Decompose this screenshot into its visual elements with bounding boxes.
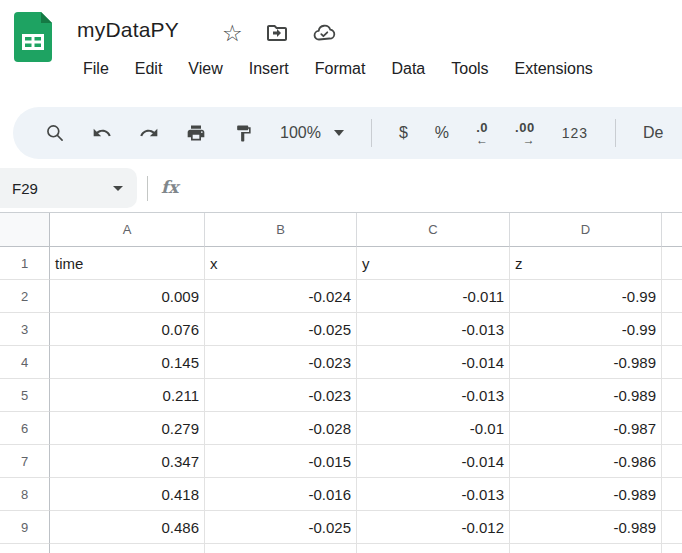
row-header-8[interactable]: 8 <box>0 478 50 511</box>
cell[interactable]: 0.076 <box>50 313 205 346</box>
chevron-down-icon <box>334 130 344 136</box>
document-title[interactable]: myDataPY <box>77 18 179 42</box>
cell[interactable]: z <box>510 247 662 280</box>
menu-item-extensions[interactable]: Extensions <box>502 60 606 78</box>
menu-item-format[interactable]: Format <box>302 60 379 78</box>
cell[interactable]: -0.023 <box>205 346 357 379</box>
cell[interactable]: 0.552 <box>50 544 205 553</box>
cell-partial[interactable] <box>662 379 682 412</box>
cell[interactable]: x <box>205 247 357 280</box>
cell[interactable]: -0.013 <box>357 379 510 412</box>
cell[interactable]: 0.347 <box>50 445 205 478</box>
cell[interactable]: -0.024 <box>205 280 357 313</box>
cell-partial[interactable] <box>662 247 682 280</box>
menu-item-data[interactable]: Data <box>378 60 438 78</box>
cell-reference: F29 <box>12 180 38 197</box>
menu-item-insert[interactable]: Insert <box>236 60 302 78</box>
cell[interactable]: -0.99 <box>510 313 662 346</box>
row-header-6[interactable]: 6 <box>0 412 50 445</box>
column-header-c[interactable]: C <box>357 213 510 247</box>
cell[interactable]: -0.99 <box>510 544 662 553</box>
cell[interactable]: -0.023 <box>205 379 357 412</box>
redo-icon[interactable] <box>139 123 159 143</box>
cell[interactable]: 0.211 <box>50 379 205 412</box>
undo-icon[interactable] <box>92 123 112 143</box>
cell[interactable]: -0.015 <box>205 445 357 478</box>
select-all-corner[interactable] <box>0 213 50 247</box>
cell[interactable]: -0.016 <box>205 478 357 511</box>
format-percent-button[interactable]: % <box>435 124 449 142</box>
cell-partial[interactable] <box>662 544 682 553</box>
search-icon[interactable] <box>45 123 65 143</box>
number-format-button[interactable]: 123 <box>562 125 588 141</box>
cell[interactable]: -0.028 <box>205 412 357 445</box>
column-header-b[interactable]: B <box>205 213 357 247</box>
row-header-3[interactable]: 3 <box>0 313 50 346</box>
column-header-d[interactable]: D <box>510 213 662 247</box>
font-dropdown[interactable]: De <box>643 124 663 142</box>
cell[interactable]: -0.987 <box>510 412 662 445</box>
cell-partial[interactable] <box>662 445 682 478</box>
cell[interactable]: -0.02 <box>205 544 357 553</box>
increase-decimal-button[interactable]: .00 → <box>515 121 535 146</box>
cell[interactable]: time <box>50 247 205 280</box>
cell-partial[interactable] <box>662 346 682 379</box>
toolbar: 100% $ % .0 ← .00 → 123 De <box>13 107 682 159</box>
cell[interactable]: -0.014 <box>357 346 510 379</box>
row-header-9[interactable]: 9 <box>0 511 50 544</box>
cell-partial[interactable] <box>662 313 682 346</box>
row-header-5[interactable]: 5 <box>0 379 50 412</box>
cell[interactable]: -0.013 <box>357 313 510 346</box>
cell[interactable]: -0.011 <box>357 280 510 313</box>
cell[interactable]: -0.989 <box>510 478 662 511</box>
cell[interactable]: 0.009 <box>50 280 205 313</box>
cell-partial[interactable] <box>662 280 682 313</box>
row-header-4[interactable]: 4 <box>0 346 50 379</box>
cell[interactable]: 0.279 <box>50 412 205 445</box>
cell-partial[interactable] <box>662 478 682 511</box>
cell[interactable]: -0.025 <box>205 511 357 544</box>
menu-item-tools[interactable]: Tools <box>438 60 501 78</box>
cell[interactable]: -0.025 <box>205 313 357 346</box>
name-box[interactable]: F29 <box>0 168 137 208</box>
row-header-10[interactable]: 10 <box>0 544 50 553</box>
row-header-1[interactable]: 1 <box>0 247 50 280</box>
star-icon[interactable]: ☆ <box>222 22 243 45</box>
google-sheets-logo-icon[interactable] <box>14 12 52 62</box>
menu-item-edit[interactable]: Edit <box>122 60 176 78</box>
cell[interactable]: -0.014 <box>357 445 510 478</box>
print-icon[interactable] <box>186 123 206 143</box>
cell-partial[interactable] <box>662 511 682 544</box>
decrease-decimal-button[interactable]: .0 ← <box>476 121 488 146</box>
cell[interactable]: -0.989 <box>510 379 662 412</box>
cell[interactable]: -0.013 <box>357 478 510 511</box>
cell[interactable]: -0.012 <box>357 544 510 553</box>
cloud-saved-icon[interactable] <box>311 21 337 45</box>
row-header-7[interactable]: 7 <box>0 445 50 478</box>
cell[interactable]: -0.986 <box>510 445 662 478</box>
zoom-value: 100% <box>280 124 321 142</box>
move-folder-icon[interactable] <box>265 21 289 45</box>
cell[interactable]: -0.99 <box>510 280 662 313</box>
formula-input[interactable] <box>190 170 682 208</box>
row-header-2[interactable]: 2 <box>0 280 50 313</box>
cell[interactable]: -0.01 <box>357 412 510 445</box>
column-header-partial[interactable] <box>662 213 682 247</box>
table-row: 20.009-0.024-0.011-0.99 <box>0 280 682 313</box>
column-header-a[interactable]: A <box>50 213 205 247</box>
menu-item-file[interactable]: File <box>70 60 122 78</box>
google-sheets-app: myDataPY ☆ FileEditViewInsertFormatDataT… <box>0 0 682 553</box>
cell[interactable]: -0.989 <box>510 511 662 544</box>
menu-item-view[interactable]: View <box>175 60 235 78</box>
format-currency-button[interactable]: $ <box>399 124 408 142</box>
cell[interactable]: -0.012 <box>357 511 510 544</box>
cell[interactable]: 0.145 <box>50 346 205 379</box>
grid-body: 1timexyz20.009-0.024-0.011-0.9930.076-0.… <box>0 247 682 553</box>
cell[interactable]: -0.989 <box>510 346 662 379</box>
zoom-dropdown[interactable]: 100% <box>280 124 344 142</box>
paint-format-icon[interactable] <box>233 123 253 143</box>
cell-partial[interactable] <box>662 412 682 445</box>
cell[interactable]: 0.486 <box>50 511 205 544</box>
cell[interactable]: y <box>357 247 510 280</box>
cell[interactable]: 0.418 <box>50 478 205 511</box>
